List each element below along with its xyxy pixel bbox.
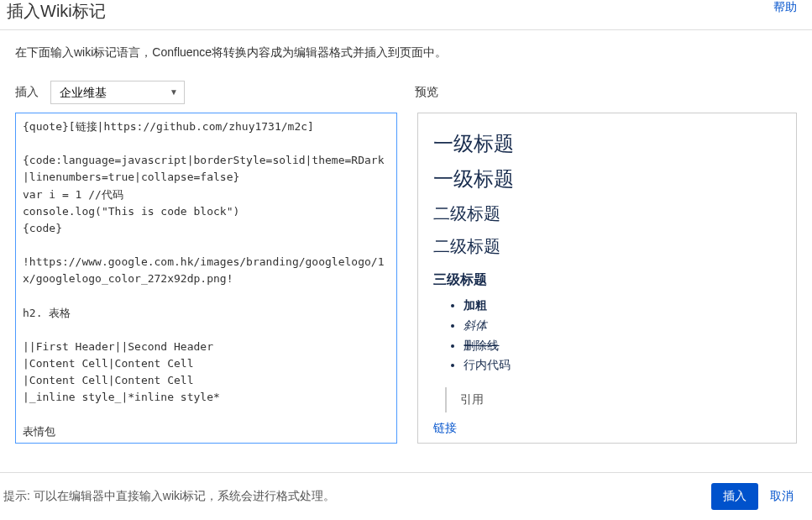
preview-h2: 二级标题 (433, 202, 781, 225)
dialog-body: 在下面输入wiki标记语言，Confluence将转换内容成为编辑器格式并插入到… (0, 30, 812, 464)
list-item: 行内代码 (464, 355, 781, 376)
inline-code-text: 行内代码 (464, 358, 511, 371)
preview-h3: 三级标题 (433, 271, 781, 289)
markup-input[interactable] (15, 113, 397, 444)
dialog-footer: 提示: 可以在编辑器中直接输入wiki标记，系统会进行格式处理。 插入 取消 (0, 472, 812, 520)
wiki-markup-dialog: 插入Wiki标记 帮助 在下面输入wiki标记语言，Confluence将转换内… (0, 0, 812, 520)
italic-text: 斜体 (464, 318, 487, 332)
preview-pane[interactable]: 一级标题 一级标题 二级标题 二级标题 三级标题 加粗 斜体 删除线 行内代码 … (417, 113, 797, 444)
list-item: 加粗 (464, 296, 781, 316)
panes-container: 一级标题 一级标题 二级标题 二级标题 三级标题 加粗 斜体 删除线 行内代码 … (15, 113, 797, 464)
list-item: 删除线 (464, 336, 781, 356)
markup-type-select[interactable]: 企业维基 (50, 81, 185, 104)
preview-h1: 一级标题 (433, 165, 781, 192)
description-text: 在下面输入wiki标记语言，Confluence将转换内容成为编辑器格式并插入到… (15, 45, 797, 60)
controls-row: 插入 企业维基 ▼ 预览 (15, 81, 797, 104)
dialog-title: 插入Wiki标记 (7, 0, 106, 23)
strike-text: 删除线 (464, 339, 499, 352)
preview-link[interactable]: 链接 (433, 421, 457, 434)
cancel-button[interactable]: 取消 (767, 483, 797, 510)
insert-label: 插入 (15, 85, 39, 100)
preview-list: 加粗 斜体 删除线 行内代码 (464, 296, 781, 376)
preview-h1: 一级标题 (433, 130, 781, 157)
list-item: 斜体 (464, 316, 781, 336)
bold-text: 加粗 (464, 298, 487, 312)
preview-label: 预览 (415, 85, 438, 100)
help-link[interactable]: 帮助 (773, 0, 797, 15)
markup-type-select-wrap: 企业维基 ▼ (50, 81, 185, 104)
hint-text: 提示: 可以在编辑器中直接输入wiki标记，系统会进行格式处理。 (3, 489, 711, 504)
insert-button[interactable]: 插入 (711, 483, 758, 510)
preview-h2: 二级标题 (433, 235, 781, 258)
dialog-header: 插入Wiki标记 帮助 (0, 0, 812, 29)
blockquote: 引用 (445, 387, 781, 412)
quote-text: 引用 (460, 392, 484, 406)
